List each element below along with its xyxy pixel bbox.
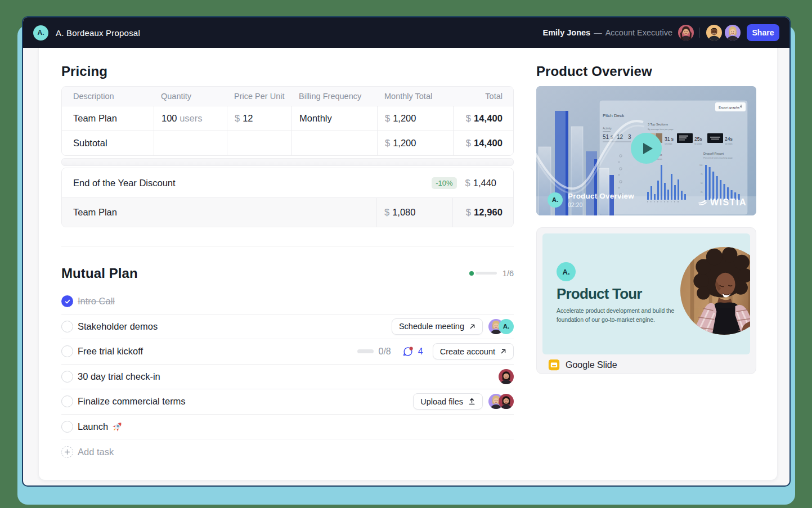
comments-indicator[interactable] [402,346,414,357]
play-button[interactable] [631,133,662,164]
svg-text:12 views: 12 views [665,143,672,145]
table-row-subtotal: Subtotal $1,200 $14,400 [62,131,513,155]
task-free-trial-kickoff: Free trial kickoff 0/8 4 Create account [61,339,514,365]
svg-text:11 views: 11 views [694,143,702,145]
cell-total: $14,400 [453,106,513,131]
pricing-table-header-row: Description Quantity Price Per Unit Bill… [62,87,513,106]
create-account-button[interactable]: Create account [433,343,514,359]
svg-text:75: 75 [701,173,703,176]
slide-description: Accelerate product development and build… [557,306,677,324]
video-caption: A. Product Overview 02:20 [548,191,634,208]
video-player[interactable]: Pitch Deck Export graphs Activity 51 s 1… [536,86,756,215]
owner-name: Emily Jones [543,28,591,37]
cell-billing: Monthly [291,106,377,131]
avatar-brand: A. [499,319,514,334]
screen-title: Pitch Deck [603,113,625,118]
titlebar-divider [699,28,700,38]
arrow-up-right-icon [469,323,475,330]
svg-text:By average time per page: By average time per page [648,128,674,131]
progress-track [475,272,497,275]
app-window: A. A. Bordeaux Proposal Emily Jones — Ac… [22,16,791,487]
col-description: Description [62,87,154,106]
discount-table: End of the Year Discount -10% $1,440 Tea… [61,168,514,227]
workspace-avatar: A. [33,25,48,41]
play-icon [643,143,653,154]
section-time: 25s [694,136,702,142]
discount-amount: $1,440 [465,178,496,188]
task-checkbox[interactable] [61,371,73,383]
svg-text:Percent of visits reaching pag: Percent of visits reaching page [703,157,733,159]
cell-subtotal-total: $14,400 [453,131,513,155]
task-checkbox[interactable] [61,421,73,433]
table-row-team-plan: Team Plan 100 users $12 Monthly $1,200 $… [62,106,513,131]
rocket-emoji [112,421,123,432]
svg-text:10 views: 10 views [725,143,733,145]
svg-text:25: 25 [701,191,703,194]
pricing-heading: Pricing [61,63,514,79]
task-finalize-terms: Finalize commercial terms Upload files [61,389,514,415]
add-task-label[interactable]: Add task [78,447,114,457]
slide-title: Product Tour [557,285,642,303]
task-checkbox[interactable] [61,345,73,357]
export-graphs-button[interactable]: Export graphs [719,106,739,109]
svg-text:100: 100 [699,164,703,167]
task-label: Finalize commercial terms [78,396,186,407]
discount-result-total: $12,960 [452,198,513,227]
owner-label: Emily Jones — Account Executive [543,28,672,37]
cell-quantity: 100 users [154,106,227,131]
owner-separator: — [591,28,604,37]
task-avatars [488,394,514,409]
cell-subtotal-label: Subtotal [62,131,154,155]
task-label: Stakeholder demos [78,321,158,332]
subtask-progress-count: 0/8 [379,347,391,357]
dropoff-report-label: Dropoff Report [703,152,724,155]
upload-files-button[interactable]: Upload files [413,393,483,410]
share-button[interactable]: Share [747,24,779,41]
video-duration: 02:20 [568,201,634,208]
col-price-per-unit: Price Per Unit [227,87,291,106]
discount-label: End of the Year Discount [73,178,176,188]
video-title: Product Overview [568,191,634,201]
discount-result-label: Team Plan [62,198,376,227]
discount-row: End of the Year Discount -10% $1,440 [62,168,513,197]
task-label: Intro Call [78,296,115,307]
task-label: 30 day trial check-in [78,371,160,382]
discount-result-row: Team Plan $1,080 $12,960 [62,197,513,227]
wistia-logo: WISTIA [698,197,747,208]
document-card: Pricing Description Quantity Price Per U… [38,48,778,480]
cell-description: Team Plan [62,106,154,131]
subtask-progress-bar [357,349,374,353]
cell-price: $12 [227,106,291,131]
avatar-man[interactable] [706,25,722,41]
product-overview-heading: Product Overview [536,63,756,79]
page-background: Pricing Description Quantity Price Per U… [23,48,789,485]
task-avatars [499,369,514,384]
task-checkbox[interactable] [61,321,73,332]
progress-dot [469,271,474,276]
mutual-plan-heading: Mutual Plan [61,265,138,281]
discount-badge: -10% [432,177,456,189]
task-label: Free trial kickoff [78,346,143,357]
task-checkbox-checked[interactable] [61,295,73,307]
schedule-meeting-button[interactable]: Schedule meeting [392,318,483,335]
arrow-up-right-icon [500,348,506,354]
task-30-day-check-in: 30 day trial check-in [61,365,514,390]
slide-canvas[interactable]: A. Product Tour Accelerate product devel… [542,233,750,354]
slide-photo [680,247,750,335]
col-total: Total [453,87,513,106]
task-avatars: A. [488,319,514,334]
comment-bubble-icon [402,346,414,357]
right-column: Product Overview [536,63,756,480]
upload-icon [468,398,475,405]
task-add: Add task [61,439,514,465]
col-monthly-total: Monthly Total [377,87,453,106]
stat-value: 3 [628,134,631,140]
cell-subtotal-monthly: $1,200 [377,131,453,155]
avatar-blonde[interactable] [725,25,741,41]
avatar-maroon [499,394,514,409]
avatar-emily[interactable] [678,25,694,41]
task-checkbox[interactable] [61,395,73,407]
add-task-button[interactable] [61,446,73,458]
comment-count: 4 [418,347,423,357]
col-billing-frequency: Billing Frequency [291,87,377,106]
